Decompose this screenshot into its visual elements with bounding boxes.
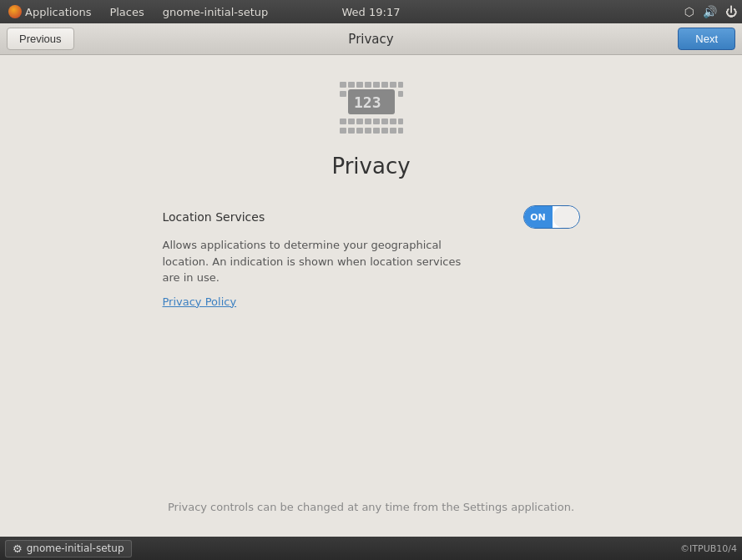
location-services-description: Allows applications to determine your ge…	[163, 237, 480, 286]
network-icon[interactable]: ⬡	[684, 5, 694, 18]
topbar-clock: Wed 19:17	[342, 6, 401, 18]
applications-label: Applications	[25, 6, 91, 18]
page-heading: Privacy	[331, 154, 410, 179]
svg-rect-24	[373, 128, 380, 134]
taskbar-gear-icon: ⚙	[13, 542, 23, 555]
svg-rect-18	[390, 119, 396, 124]
svg-rect-20	[340, 128, 346, 134]
svg-rect-0	[340, 82, 346, 88]
svg-rect-22	[356, 128, 363, 134]
toggle-knob	[553, 206, 578, 228]
svg-rect-17	[381, 119, 388, 124]
topbar: Applications Places gnome-initial-setup …	[0, 0, 742, 23]
svg-rect-26	[390, 128, 396, 134]
svg-rect-14	[356, 119, 363, 124]
svg-rect-19	[398, 119, 403, 124]
navbar: Previous Privacy Next	[0, 23, 742, 55]
location-services-label: Location Services	[163, 210, 265, 224]
svg-rect-25	[381, 128, 388, 134]
svg-rect-21	[348, 128, 355, 134]
location-services-toggle[interactable]: ON	[523, 205, 580, 229]
svg-rect-8	[340, 91, 346, 97]
svg-rect-7	[398, 82, 403, 88]
app-icon	[8, 5, 22, 18]
bottom-bar: Privacy controls can be changed at any t…	[0, 500, 742, 513]
topbar-window[interactable]: gnome-initial-setup	[159, 4, 272, 20]
svg-text:123: 123	[354, 93, 381, 111]
taskbar-item-label: gnome-initial-setup	[27, 542, 124, 554]
location-services-row: Location Services ON	[163, 205, 580, 229]
window-label: gnome-initial-setup	[163, 6, 269, 18]
topbar-applications[interactable]: Applications	[5, 3, 94, 20]
taskbar-gnome-setup[interactable]: ⚙ gnome-initial-setup	[5, 540, 132, 557]
svg-rect-16	[373, 119, 380, 124]
svg-rect-5	[381, 82, 388, 88]
svg-rect-6	[390, 82, 396, 88]
power-icon[interactable]: ⏻	[725, 5, 737, 18]
page-title-nav: Privacy	[348, 32, 393, 47]
svg-rect-9	[398, 91, 403, 97]
main-content: 123 Privacy Location Services	[0, 55, 742, 537]
next-button[interactable]: Next	[678, 28, 735, 50]
svg-rect-15	[365, 119, 371, 124]
svg-rect-13	[348, 119, 355, 124]
taskbar-watermark: ©ITPUB10/4	[680, 543, 737, 554]
svg-rect-3	[365, 82, 371, 88]
svg-rect-12	[340, 119, 346, 124]
settings-panel: Location Services ON Allows applications…	[163, 205, 580, 308]
svg-rect-23	[365, 128, 371, 134]
volume-icon[interactable]: 🔊	[703, 5, 717, 18]
svg-rect-4	[373, 82, 380, 88]
svg-rect-2	[356, 82, 363, 88]
toggle-on-label: ON	[524, 206, 553, 228]
privacy-icon: 123	[338, 80, 405, 139]
topbar-places[interactable]: Places	[106, 4, 147, 20]
places-label: Places	[109, 6, 144, 18]
privacy-policy-link[interactable]: Privacy Policy	[163, 295, 237, 308]
bottom-note: Privacy controls can be changed at any t…	[168, 501, 574, 513]
svg-rect-27	[398, 128, 403, 134]
taskbar: ⚙ gnome-initial-setup ©ITPUB10/4	[0, 537, 742, 560]
svg-rect-1	[348, 82, 355, 88]
previous-button[interactable]: Previous	[7, 28, 74, 50]
